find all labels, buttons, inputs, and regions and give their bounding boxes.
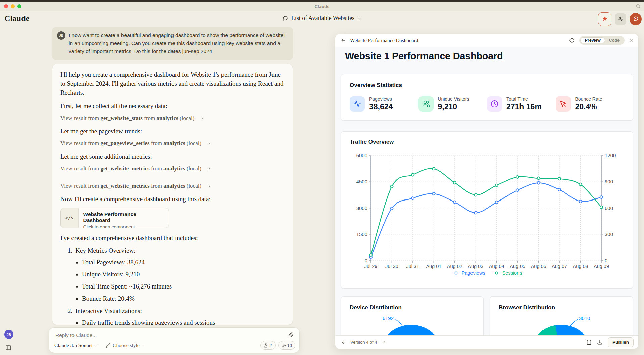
tool-result-link[interactable]: View result from get_pageview_series fro… [60, 140, 285, 147]
device-distribution-card: Device Distribution 6192 [341, 296, 484, 335]
sessions-point [453, 181, 456, 184]
svg-text:4500: 4500 [356, 179, 367, 184]
browser-distribution-card: Browser Distribution 3010 [490, 296, 633, 335]
legend-item-pageviews[interactable]: Pageviews [452, 270, 485, 276]
svg-text:Jul 29: Jul 29 [364, 264, 378, 269]
assistant-paragraph: Now I'll create a comprehensive dashboar… [60, 194, 285, 204]
mouse-pointer-icon [556, 96, 571, 112]
tools-count-badge[interactable]: 10 [278, 341, 295, 350]
sessions-point [558, 177, 561, 180]
macos-titlebar: Claude [0, 2, 644, 11]
pie-label-leader [569, 319, 578, 327]
clock-icon [487, 96, 502, 112]
activity-icon [350, 96, 365, 112]
reply-composer[interactable]: Reply to Claude... Claude 3.5 Sonnet Cho… [49, 327, 300, 353]
pageviews-point [411, 197, 414, 199]
list-item: 2.Interactive Visualizations: Daily traf… [62, 307, 285, 325]
star-icon [602, 16, 608, 22]
assistant-message: I'll help you create a comprehensive das… [52, 64, 293, 325]
download-button[interactable] [597, 340, 602, 345]
svg-text:Aug 06: Aug 06 [531, 264, 546, 269]
publish-button[interactable]: Publish [608, 337, 634, 347]
next-version-button[interactable] [380, 339, 388, 345]
svg-text:3000: 3000 [356, 205, 367, 211]
refresh-icon [569, 38, 575, 43]
style-selector[interactable]: Choose style [106, 342, 145, 348]
star-button[interactable] [598, 12, 611, 26]
previous-version-button[interactable] [340, 339, 348, 345]
svg-text:6000: 6000 [356, 152, 367, 158]
artifact-header: Website Performance Dashboard Preview Co… [335, 34, 638, 47]
svg-text:0: 0 [605, 258, 607, 263]
research-count-badge[interactable]: 2 [260, 341, 275, 350]
code-tab[interactable]: Code [605, 38, 624, 43]
pen-icon [106, 343, 111, 348]
search-icon[interactable] [636, 4, 641, 9]
pie-slice [528, 325, 594, 335]
refresh-button[interactable] [569, 38, 575, 43]
attachment-button[interactable] [288, 332, 294, 338]
stats-row: Pageviews 38,624 Unique Visitors 9,210 [350, 96, 624, 112]
download-icon [597, 340, 602, 345]
svg-text:900: 900 [605, 179, 613, 184]
paperclip-icon [288, 332, 294, 338]
svg-text:Jul 31: Jul 31 [406, 264, 419, 269]
list-item: 1.Key Metrics Overview: Total Pageviews:… [62, 247, 285, 303]
tool-result-link[interactable]: View result from get_website_metrics fro… [60, 183, 285, 189]
copy-button[interactable] [586, 340, 592, 345]
sessions-point [600, 206, 603, 209]
user-message: JB I now want to create a beautiful and … [52, 27, 293, 60]
artifact-footer: Version 4 of 4 Publish [335, 335, 638, 349]
svg-text:Jul 30: Jul 30 [385, 264, 398, 269]
traffic-line-chart: 0150030004500600003006009001200Jul 29Jul… [350, 148, 625, 270]
sessions-point [495, 184, 498, 187]
chevron-right-icon [200, 117, 204, 120]
tool-result-link[interactable]: View result from get_website_metrics fro… [60, 165, 285, 172]
stat-unique-visitors: Unique Visitors 9,210 [418, 96, 487, 112]
assistant-numbered-list: 1.Key Metrics Overview: Total Pageviews:… [62, 247, 285, 325]
conversation-title-dropdown[interactable]: List of Available Websites [0, 15, 644, 22]
list-item: Unique Visitors: 9,210 [82, 270, 285, 278]
browser-pie-chart: 3010 [490, 297, 633, 335]
card-title: Browser Distribution [499, 304, 624, 311]
research-count: 2 [269, 343, 272, 348]
svg-text:1500: 1500 [356, 231, 367, 237]
pie-slice-label: 3010 [579, 315, 590, 321]
card-title: Device Distribution [350, 304, 475, 311]
users-icon [418, 96, 434, 112]
tool-result-text: View result from get_website_metrics fro… [60, 165, 201, 172]
close-artifact-button[interactable] [629, 38, 634, 43]
claude-app-window: Claude Claude List of Available Websites [0, 0, 644, 355]
artifact-title: Website Performance Dashboard [350, 37, 418, 43]
artifact-open-card[interactable]: </> Website Performance Dashboard Click … [60, 208, 169, 228]
reply-input[interactable]: Reply to Claude... [55, 332, 97, 338]
sessions-point [474, 193, 477, 196]
pageviews-point [432, 192, 435, 195]
list-item: Total Pageviews: 38,624 [82, 258, 285, 266]
legend-item-sessions[interactable]: Sessions [493, 270, 522, 276]
sliders-icon [618, 16, 624, 22]
list-item: Bounce Rate: 20.4% [82, 295, 285, 303]
svg-text:Aug 07: Aug 07 [552, 264, 567, 269]
flask-icon [264, 343, 268, 348]
tool-result-text: View result from get_pageview_series fro… [60, 140, 201, 147]
sidebar-toggle-button[interactable] [5, 345, 11, 351]
svg-text:600: 600 [605, 205, 613, 211]
close-icon [629, 38, 634, 43]
account-avatar[interactable] [630, 13, 642, 25]
model-selector[interactable]: Claude 3.5 Sonnet [54, 342, 98, 348]
chevron-right-icon [207, 167, 211, 171]
assistant-bullet-list: Daily traffic trends showing pageviews a… [62, 319, 285, 325]
pageviews-point [579, 200, 582, 203]
preview-code-toggle: Preview Code [579, 36, 625, 45]
tool-result-link[interactable]: View result from get_website_stats from … [60, 115, 285, 122]
settings-sliders-button[interactable] [615, 13, 626, 25]
chevron-right-icon [207, 142, 211, 145]
pageviews-point [453, 201, 456, 204]
preview-tab[interactable]: Preview [580, 37, 605, 43]
assistant-paragraph: Let me get some additional metrics: [60, 152, 285, 161]
back-button[interactable] [339, 36, 347, 44]
sidebar-icon [5, 345, 11, 351]
user-profile-avatar[interactable]: JB [4, 330, 13, 339]
tool-result-text: View result from get_website_stats from … [60, 115, 194, 122]
